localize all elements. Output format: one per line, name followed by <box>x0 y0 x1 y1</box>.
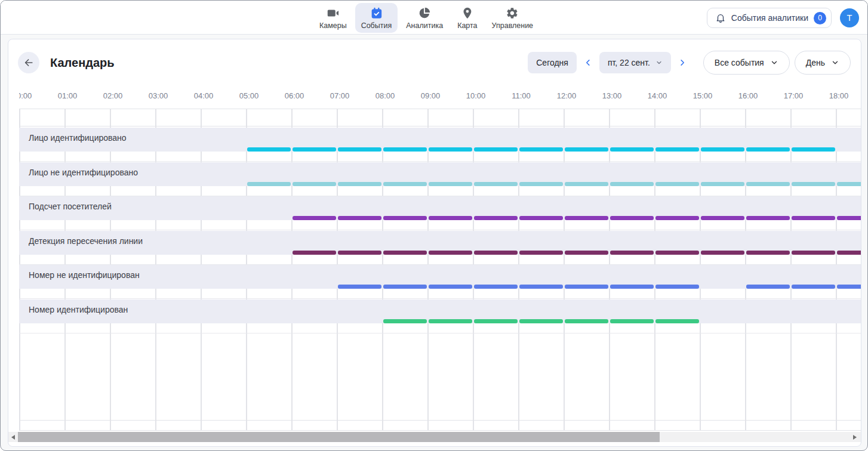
timeline-bar-segment[interactable] <box>383 251 427 255</box>
hour-tick-label: 07:00 <box>330 91 350 100</box>
timeline-bar-segment[interactable] <box>610 285 654 289</box>
timeline-bar-segment[interactable] <box>338 216 381 220</box>
tab-events[interactable]: События <box>355 3 398 33</box>
view-mode-dropdown[interactable]: День <box>795 51 851 75</box>
timeline-bar-segment[interactable] <box>565 285 608 289</box>
timeline-bar-segment[interactable] <box>565 319 608 323</box>
timeline-bar-segment[interactable] <box>610 216 654 220</box>
timeline-bar-segment[interactable] <box>383 319 427 323</box>
timeline-bar-segment[interactable] <box>701 216 744 220</box>
hour-tick-label: 01:00 <box>58 91 78 100</box>
page-title: Календарь <box>50 56 115 70</box>
tab-cameras[interactable]: Камеры <box>313 3 353 33</box>
timeline-bar-segment[interactable] <box>655 216 699 220</box>
tab-analytics[interactable]: Аналитика <box>400 3 449 33</box>
scrollbar-thumb[interactable] <box>18 432 660 442</box>
timeline-bar-segment[interactable] <box>293 251 336 255</box>
timeline-bar-segment[interactable] <box>338 285 381 289</box>
timeline-bar-segment[interactable] <box>383 285 427 289</box>
timeline-bar-segment[interactable] <box>474 182 518 186</box>
timeline-bar-segment[interactable] <box>610 182 654 186</box>
timeline-bar-segment[interactable] <box>610 147 654 152</box>
timeline-bar-segment[interactable] <box>565 251 608 255</box>
timeline-bar-segment[interactable] <box>338 251 381 255</box>
timeline-bar-segment[interactable] <box>474 285 518 289</box>
events-filter-label: Все события <box>715 58 764 67</box>
timeline-bar-segment[interactable] <box>429 285 472 289</box>
timeline-bar-segment[interactable] <box>655 251 699 255</box>
timeline-bar-segment[interactable] <box>519 182 563 186</box>
timeline-bar-segment[interactable] <box>247 182 291 186</box>
timeline-bar-segment[interactable] <box>247 147 291 152</box>
timeline-bar-segment[interactable] <box>338 182 381 186</box>
timeline-bar-segment[interactable] <box>792 216 835 220</box>
timeline-bar-segment[interactable] <box>701 147 744 152</box>
timeline-bar-segment[interactable] <box>837 285 861 289</box>
timeline-bar-segment[interactable] <box>792 251 835 255</box>
timeline-bar-segment[interactable] <box>655 147 699 152</box>
timeline-bar-segment[interactable] <box>429 319 472 323</box>
timeline-bar-segment[interactable] <box>519 251 563 255</box>
timeline-bar-segment[interactable] <box>746 182 790 186</box>
timeline-bar-segment[interactable] <box>701 251 744 255</box>
event-row-band: Лицо не идентифицировано <box>19 162 861 186</box>
timeline-bar-segment[interactable] <box>429 216 472 220</box>
next-day-button[interactable] <box>674 52 691 73</box>
tab-label: Аналитика <box>406 21 443 30</box>
timeline-bar-segment[interactable] <box>792 182 835 186</box>
timeline-bar-segment[interactable] <box>746 285 790 289</box>
timeline-bar-segment[interactable] <box>610 251 654 255</box>
previous-day-button[interactable] <box>580 52 596 73</box>
timeline-bar-segment[interactable] <box>519 216 563 220</box>
today-button[interactable]: Сегодня <box>528 52 577 73</box>
timeline-bar-segment[interactable] <box>837 182 861 186</box>
timeline-bar-segment[interactable] <box>565 147 608 152</box>
timeline-bar-segment[interactable] <box>293 147 336 152</box>
timeline-bar-segment[interactable] <box>837 216 861 220</box>
timeline-bar-segment[interactable] <box>746 251 790 255</box>
events-filter-dropdown[interactable]: Все события <box>703 51 790 75</box>
timeline-bar-segment[interactable] <box>610 319 654 323</box>
timeline-bar-segment[interactable] <box>792 147 835 152</box>
timeline-bar-segment[interactable] <box>655 319 699 323</box>
events-count-badge: 0 <box>814 12 826 24</box>
grid-cells-strip <box>19 289 861 299</box>
user-avatar[interactable]: T <box>840 8 859 27</box>
scroll-right-arrow-icon[interactable] <box>850 432 860 442</box>
timeline-bar-segment[interactable] <box>746 216 790 220</box>
timeline-bar-segment[interactable] <box>474 147 518 152</box>
timeline-bar-segment[interactable] <box>429 251 472 255</box>
analytics-events-button[interactable]: События аналитики 0 <box>707 8 832 28</box>
timeline-bar-segment[interactable] <box>655 182 699 186</box>
timeline-bar-segment[interactable] <box>383 216 427 220</box>
timeline-bar-segment[interactable] <box>519 147 563 152</box>
timeline-bar-segment[interactable] <box>474 251 518 255</box>
timeline-bar-segment[interactable] <box>792 285 835 289</box>
timeline-bar-segment[interactable] <box>565 182 608 186</box>
timeline-bar-segment[interactable] <box>701 182 744 186</box>
timeline-bar-segment[interactable] <box>519 285 563 289</box>
timeline-bar-segment[interactable] <box>293 216 336 220</box>
timeline-bar-segment[interactable] <box>565 216 608 220</box>
timeline-bar-segment[interactable] <box>429 147 472 152</box>
timeline-bar-segment[interactable] <box>338 147 381 152</box>
timeline-bar-segment[interactable] <box>293 182 336 186</box>
scroll-left-arrow-icon[interactable] <box>8 432 18 442</box>
date-selector[interactable]: пт, 22 сент. <box>599 52 671 73</box>
chevron-down-icon <box>770 58 778 67</box>
timeline-bar-segment[interactable] <box>519 319 563 323</box>
timeline-bar-segment[interactable] <box>655 285 699 289</box>
timeline-bar-segment[interactable] <box>383 182 427 186</box>
timeline-bar-segment[interactable] <box>474 319 518 323</box>
timeline-bar-segment[interactable] <box>746 147 790 152</box>
tab-map[interactable]: Карта <box>451 3 483 33</box>
tab-management[interactable]: Управление <box>486 3 540 33</box>
back-button[interactable] <box>18 52 39 73</box>
timeline-bar-segment[interactable] <box>837 251 861 255</box>
hour-tick-label: 09:00 <box>421 91 441 100</box>
timeline-bar-segment[interactable] <box>383 147 427 152</box>
horizontal-scrollbar[interactable] <box>8 432 861 442</box>
timeline-bar-segment[interactable] <box>429 182 472 186</box>
timeline-bar-segment[interactable] <box>474 216 518 220</box>
hour-tick-label: 00:00 <box>19 91 32 100</box>
